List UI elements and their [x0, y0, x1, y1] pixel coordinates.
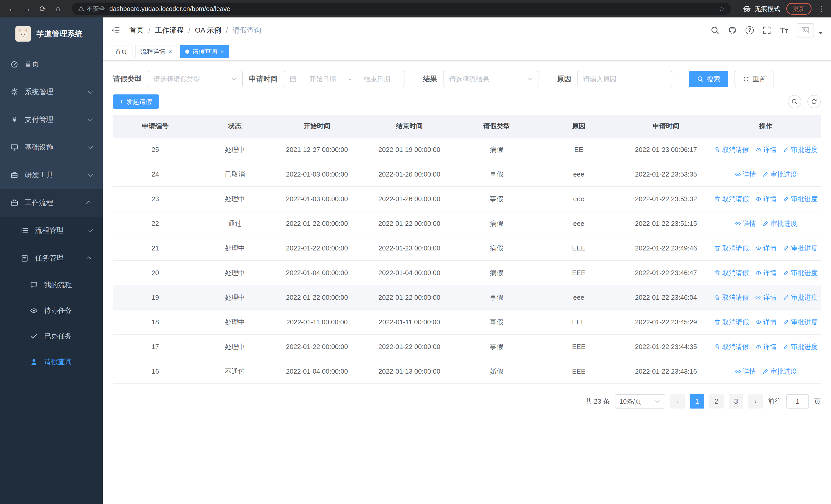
eye-icon — [735, 171, 741, 178]
reason-input[interactable] — [577, 71, 672, 87]
sidebar-item-label: 请假查询 — [44, 357, 72, 366]
forward-button[interactable]: → — [21, 3, 34, 15]
avatar-dropdown-caret-icon[interactable] — [819, 32, 823, 34]
edit-pen-icon — [783, 269, 790, 276]
apply-time-range-picker[interactable]: 开始日期 - 结束日期 — [284, 71, 404, 87]
sidebar-item-dev-tools[interactable]: 研发工具 — [0, 161, 103, 189]
page-number-button[interactable]: 3 — [729, 394, 743, 409]
detail-link[interactable]: 详情 — [755, 195, 777, 204]
detail-link[interactable]: 详情 — [755, 244, 777, 253]
approval-progress-link[interactable]: 审批进度 — [783, 145, 818, 154]
page-size-select[interactable]: 10条/页 — [615, 394, 665, 409]
home-button[interactable]: ⌂ — [51, 3, 65, 15]
sidebar-item-payment-management[interactable]: ¥ 支付管理 — [0, 106, 103, 134]
page-number-button[interactable]: 2 — [709, 394, 724, 409]
reset-button-label: 重置 — [752, 75, 766, 84]
cancel-leave-link[interactable]: 取消请假 — [714, 195, 749, 204]
cancel-leave-link[interactable]: 取消请假 — [714, 244, 749, 253]
sidebar-item-task-management[interactable]: 任务管理 — [0, 244, 103, 272]
tab-leave-query[interactable]: 请假查询 × — [180, 45, 229, 58]
security-chip[interactable]: 不安全 — [78, 5, 105, 13]
cancel-leave-link[interactable]: 取消请假 — [714, 342, 749, 351]
sidebar-item-leave-query[interactable]: 请假查询 — [0, 349, 103, 375]
tab-process-detail[interactable]: 流程详情 × — [136, 45, 177, 58]
refresh-button[interactable] — [807, 95, 821, 108]
page-number-button[interactable]: 1 — [690, 394, 704, 409]
apply-time-label: 申请时间 — [249, 74, 278, 84]
goto-page-input[interactable] — [786, 394, 809, 409]
cell-apply-id: 21 — [113, 244, 198, 252]
approval-progress-link[interactable]: 审批进度 — [783, 195, 818, 204]
detail-link[interactable]: 详情 — [755, 293, 777, 302]
edit-pen-icon — [762, 368, 769, 375]
detail-link[interactable]: 详情 — [755, 145, 777, 154]
create-leave-button[interactable]: + 发起请假 — [113, 94, 159, 109]
sidebar-item-my-process[interactable]: 我的流程 — [0, 272, 103, 298]
cancel-leave-link[interactable]: 取消请假 — [714, 318, 749, 327]
detail-link[interactable]: 详情 — [735, 219, 756, 228]
breadcrumb: 首页 / 工作流程 / OA 示例 / 请假查询 — [130, 25, 261, 35]
help-icon[interactable]: ? — [746, 26, 754, 34]
detail-link[interactable]: 详情 — [755, 268, 777, 277]
prev-page-button[interactable]: ‹ — [670, 394, 685, 409]
detail-link[interactable]: 详情 — [755, 342, 777, 351]
person-icon — [30, 358, 38, 366]
search-button[interactable]: 搜索 — [689, 71, 728, 87]
update-button[interactable]: 更新 — [786, 3, 811, 14]
cancel-leave-link[interactable]: 取消请假 — [714, 293, 749, 302]
approval-progress-link[interactable]: 审批进度 — [762, 367, 797, 376]
approval-progress-link[interactable]: 审批进度 — [783, 268, 818, 277]
leave-type-label: 请假类型 — [113, 74, 142, 84]
detail-link[interactable]: 详情 — [735, 170, 756, 179]
detail-link[interactable]: 详情 — [735, 367, 756, 376]
approval-progress-link[interactable]: 审批进度 — [783, 244, 818, 253]
sidebar-item-home[interactable]: 首页 — [0, 50, 103, 78]
cancel-leave-link[interactable]: 取消请假 — [714, 145, 749, 154]
sidebar-item-label: 我的流程 — [44, 280, 72, 290]
sidebar-item-process-management[interactable]: 流程管理 — [0, 216, 103, 244]
approval-progress-link[interactable]: 审批进度 — [783, 318, 818, 327]
breadcrumb-item[interactable]: 首页 — [130, 25, 144, 35]
bookmark-star-icon[interactable]: ☆ — [719, 5, 725, 13]
sidebar-item-todo-tasks[interactable]: 待办任务 — [0, 298, 103, 323]
cancel-leave-label: 取消请假 — [722, 342, 749, 351]
cancel-leave-link[interactable]: 取消请假 — [714, 268, 749, 277]
sidebar-item-workflow[interactable]: 工作流程 — [0, 189, 103, 216]
next-page-button[interactable]: › — [748, 394, 763, 409]
cell-apply-id: 24 — [113, 170, 198, 178]
back-button[interactable]: ← — [5, 3, 19, 15]
result-select[interactable]: 请选择流结果 — [443, 71, 539, 87]
github-icon[interactable] — [728, 26, 737, 35]
sidebar-collapse-button[interactable] — [111, 26, 120, 35]
sidebar-item-done-tasks[interactable]: 已办任务 — [0, 323, 103, 349]
fullscreen-icon[interactable] — [763, 26, 771, 35]
approval-progress-link[interactable]: 审批进度 — [783, 293, 818, 302]
trash-icon — [714, 245, 721, 251]
approval-progress-link[interactable]: 审批进度 — [762, 170, 797, 179]
page-list: 123 — [690, 394, 743, 409]
user-avatar[interactable] — [797, 23, 814, 37]
eye-icon — [735, 220, 741, 227]
reload-button[interactable]: ⟳ — [36, 3, 49, 15]
font-size-icon[interactable]: TT — [780, 26, 788, 35]
leave-type-select[interactable]: 请选择请假类型 — [148, 71, 243, 87]
cell-apply-time: 2022-01-22 23:53:32 — [621, 195, 711, 203]
sidebar-item-system-management[interactable]: 系统管理 — [0, 78, 103, 106]
tab-home[interactable]: 首页 — [110, 45, 133, 58]
reset-button[interactable]: 重置 — [735, 71, 774, 87]
eye-icon — [735, 368, 741, 375]
search-icon[interactable] — [711, 26, 719, 35]
close-icon[interactable]: × — [220, 49, 224, 55]
close-icon[interactable]: × — [168, 49, 172, 55]
breadcrumb-item[interactable]: OA 示例 — [195, 25, 222, 35]
search-toggle-button[interactable] — [788, 95, 801, 108]
browser-menu-icon[interactable]: ⋮ — [816, 5, 826, 13]
sidebar-item-infrastructure[interactable]: 基础设施 — [0, 134, 103, 161]
approval-progress-link[interactable]: 审批进度 — [783, 342, 818, 351]
chevron-down-icon — [231, 76, 237, 82]
detail-link[interactable]: 详情 — [755, 318, 777, 327]
end-date-placeholder: 结束日期 — [355, 75, 399, 84]
breadcrumb-item[interactable]: 工作流程 — [155, 25, 184, 35]
address-bar[interactable]: 不安全 dashboard.yudao.iocoder.cn/bpm/oa/le… — [72, 3, 731, 15]
approval-progress-link[interactable]: 审批进度 — [762, 219, 797, 228]
